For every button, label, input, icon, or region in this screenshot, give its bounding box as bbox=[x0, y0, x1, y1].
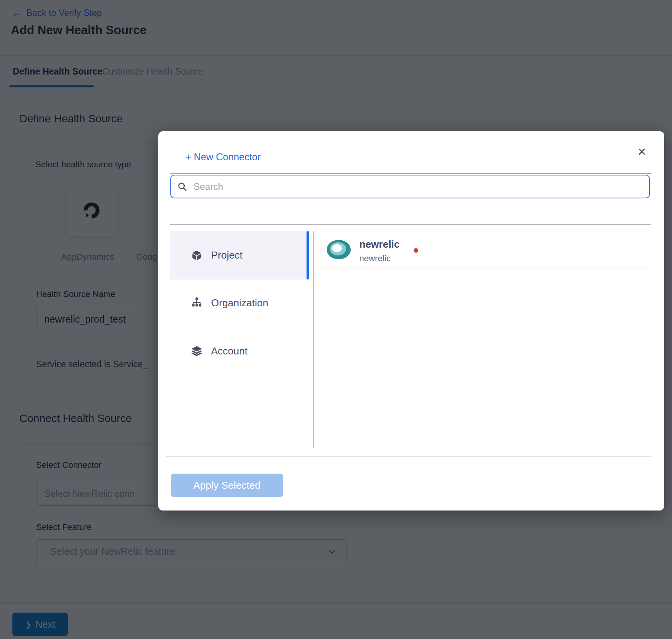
connector-status-dot bbox=[414, 248, 418, 253]
project-cube-icon bbox=[191, 250, 203, 261]
connector-item-newrelic[interactable]: newrelic newrelic bbox=[319, 233, 653, 269]
connector-select-modal: + New Connector ✕ Search Project bbox=[158, 131, 664, 511]
close-icon[interactable]: ✕ bbox=[637, 147, 646, 158]
newrelic-logo bbox=[327, 240, 351, 259]
search-top-divider bbox=[170, 173, 651, 174]
modal-footer-divider bbox=[166, 457, 651, 457]
scope-list-divider bbox=[313, 231, 314, 448]
connector-name: newrelic bbox=[359, 238, 400, 250]
search-input[interactable]: Search bbox=[170, 175, 650, 198]
account-layers-icon bbox=[191, 345, 203, 357]
connector-id: newrelic bbox=[359, 254, 391, 264]
scope-tab-project[interactable]: Project bbox=[170, 231, 306, 280]
connector-row-divider bbox=[319, 269, 650, 269]
new-connector-link[interactable]: + New Connector bbox=[185, 151, 261, 163]
selected-scope-indicator bbox=[307, 231, 309, 280]
modal-header-divider bbox=[170, 224, 651, 225]
search-icon bbox=[177, 182, 187, 192]
scope-tab-organization[interactable]: Organization bbox=[170, 285, 306, 321]
app-root: ← Back to Verify Step Add New Health Sou… bbox=[0, 0, 672, 639]
organization-tree-icon bbox=[191, 297, 203, 309]
scope-organization-label: Organization bbox=[211, 297, 268, 309]
apply-selected-button[interactable]: Apply Selected bbox=[171, 474, 283, 497]
scope-tab-account[interactable]: Account bbox=[170, 333, 306, 369]
scope-account-label: Account bbox=[211, 345, 248, 357]
scope-project-label: Project bbox=[211, 249, 242, 261]
search-placeholder: Search bbox=[194, 181, 223, 192]
